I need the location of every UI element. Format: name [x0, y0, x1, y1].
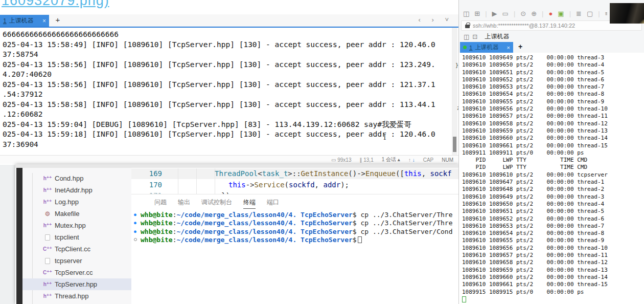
xshell-scrollbar[interactable]: [452, 28, 457, 155]
hpp-file-icon: h⁺⁺: [43, 199, 52, 205]
xshell-session-tab[interactable]: 1 上课机器 ×: [0, 15, 49, 27]
close-tab-icon[interactable]: ×: [42, 17, 46, 25]
file-item-TcpServer.cc[interactable]: C⁺⁺TcpServer.cc: [22, 267, 131, 278]
file-icon: [45, 258, 50, 264]
terminal-line: whb@bite:~/code/merge_class/lesson40/4. …: [134, 236, 458, 245]
vscode-window: h⁺⁺Cond.hpph⁺⁺InetAddr.hpph⁺⁺Log.hpp⚙Mak…: [15, 164, 458, 304]
vscode-activity-bar[interactable]: [16, 168, 22, 304]
new-session-icon[interactable]: ⊞: [474, 10, 480, 17]
prompt-colon: :: [173, 236, 177, 244]
hpp-file-icon: h⁺⁺: [43, 187, 52, 193]
terminal-size-indicator: ▭ 99x13: [331, 157, 351, 163]
file-item-partial[interactable]: h⁺⁺: [22, 302, 131, 304]
panel-tab-终端[interactable]: 终端: [243, 198, 256, 209]
session-icons: ◫⊡: [464, 33, 480, 40]
minimize-icon[interactable]: ▭: [502, 10, 509, 17]
scroll-arrows[interactable]: ↑ ↓: [408, 157, 415, 163]
session-name: 上课机器: [485, 32, 509, 41]
open-window-icon[interactable]: ⊡: [472, 33, 477, 40]
code-token: addr: [323, 181, 340, 189]
log-line: 025-04-13 15:58:58] [INFO] [1089610] [Tc…: [3, 100, 452, 110]
terminal-cursor: [358, 236, 362, 243]
code-token: sockfd: [289, 181, 315, 189]
code-token: sockf: [430, 169, 452, 178]
search-icon[interactable]: ⊙: [520, 10, 526, 17]
command-status-dot: ●: [134, 221, 141, 225]
log-line: 025-04-13 15:58:49] [INFO] [1089610] [Tc…: [3, 40, 452, 50]
remote-terminal[interactable]: 1089610 1089649 pts/2 00:00:00 thread-3 …: [459, 53, 644, 304]
zoom-icon[interactable]: ⊕: [531, 10, 537, 17]
code-text: this->Service(sockfd, addr);: [169, 181, 349, 189]
xshell-tab-bar: 1 上课机器 × + ‹ › ˅: [0, 14, 458, 27]
session-count[interactable]: 1 会话 ▴: [382, 156, 400, 163]
remote-ssh-panel: ◫⊞|▶▭|⊙⊕|●▣|≣▢|≡ ssh://whb:*************…: [458, 0, 644, 304]
script-icon[interactable]: ▣: [558, 10, 564, 17]
new-tab-button[interactable]: +: [518, 42, 522, 51]
monitor-icon[interactable]: ≡: [605, 10, 607, 17]
num-indicator: NUM: [442, 157, 453, 163]
ps-output: 1089610 1089649 pts/2 00:00:00 thread-3 …: [462, 54, 644, 296]
desktop-background: [0, 165, 15, 304]
code-token: ([: [396, 169, 404, 178]
tab-index: 1: [469, 45, 472, 51]
vscode-terminal[interactable]: ●whb@bite:~/code/merge_class/lesson40/4.…: [134, 210, 458, 304]
command-text: cp ../3.ChatServer/Thre: [357, 219, 453, 227]
file-item-Cond.hpp[interactable]: h⁺⁺Cond.hpp: [22, 172, 131, 184]
prompt-user: whb@bite: [141, 211, 173, 219]
window-icon[interactable]: ▢: [587, 10, 593, 17]
remote-session-tab[interactable]: 1 上课机器 ×: [460, 42, 513, 53]
cpp-file-icon: C⁺⁺: [43, 246, 52, 252]
file-item-Log.hpp[interactable]: h⁺⁺Log.hpp: [22, 196, 131, 208]
new-tab-button[interactable]: +: [53, 15, 62, 24]
file-icon: [45, 234, 50, 241]
log-line: 025-04-13 15:59:04] [DEBUG] [1089610] [T…: [3, 120, 452, 130]
scrollbar-thumb[interactable]: [453, 137, 456, 152]
ssh-address: ssh://whb:**************@8.137.19.140:22: [473, 23, 575, 29]
close-tab-icon[interactable]: ×: [507, 45, 510, 51]
code-token: ()->: [348, 169, 365, 178]
grid-icon[interactable]: ≣: [576, 10, 582, 17]
image-link[interactable]: 160932079.png): [2, 0, 109, 9]
code-token: ->: [246, 181, 255, 189]
prompt-user: whb@bite: [141, 236, 173, 244]
xshell-terminal-window: 1 上课机器 × + ‹ › ˅ 66666666666666666666666…: [0, 14, 458, 164]
remote-toolbar: ◫⊞|▶▭|⊙⊕|●▣|≣▢|≡: [463, 8, 607, 18]
file-name: TcpServer.hpp: [55, 280, 97, 288]
code-token: (: [285, 181, 289, 189]
file-item-InetAddr.hpp[interactable]: h⁺⁺InetAddr.hpp: [22, 184, 131, 196]
hollow-dot: [134, 238, 137, 241]
log-line: 37:58754: [3, 50, 452, 60]
file-item-tcpclient[interactable]: tcpclient: [22, 231, 131, 243]
prompt-user: whb@bite: [141, 228, 173, 235]
separator: |: [598, 10, 600, 17]
prompt-path: ~/code/merge_class/lesson40/4. TcpEchoSe…: [176, 211, 352, 219]
caps-indicator: CAP: [423, 157, 434, 163]
panel-tab-问题[interactable]: 问题: [154, 198, 167, 209]
code-token: <: [258, 169, 262, 178]
send-icon[interactable]: ▶: [492, 10, 497, 17]
file-item-TcpServer.hpp[interactable]: h⁺⁺TcpServer.hpp: [22, 278, 131, 290]
code-token: ,: [422, 169, 430, 178]
panel-tab-调试控制台[interactable]: 调试控制台: [201, 198, 232, 209]
terminal-line: ●whb@bite:~/code/merge_class/lesson40/4.…: [134, 227, 458, 236]
panel-tab-端口[interactable]: 端口: [267, 198, 279, 209]
prompt-symbol: $: [353, 219, 357, 227]
separator: |: [542, 10, 543, 17]
file-item-Mutex.hpp[interactable]: h⁺⁺Mutex.hpp: [22, 220, 131, 231]
file-item-Thread.hpp[interactable]: h⁺⁺Thread.hpp: [22, 290, 131, 302]
prompt-symbol: $: [353, 236, 357, 244]
file-list: h⁺⁺Cond.hpph⁺⁺InetAddr.hpph⁺⁺Log.hpp⚙Mak…: [22, 172, 131, 304]
code-token: ,: [315, 181, 324, 189]
code-editor[interactable]: 169ThreadPool<task_t>::GetInstance()->En…: [131, 168, 458, 194]
file-item-TcpClient.cc[interactable]: C⁺⁺TcpClient.cc: [22, 243, 131, 255]
clone-session-icon[interactable]: ◫: [464, 33, 469, 40]
tab-scroll-controls[interactable]: ‹ › ˅: [419, 16, 453, 24]
clone-window-icon[interactable]: ◫: [463, 10, 469, 17]
tab-index: 1: [3, 17, 7, 25]
cursor-position-indicator: ∥ 13,1: [359, 157, 373, 163]
code-token: this: [228, 181, 246, 189]
file-item-Makefile[interactable]: ⚙Makefile: [22, 208, 131, 220]
panel-tab-输出[interactable]: 输出: [178, 198, 190, 209]
record-icon[interactable]: ●: [548, 10, 553, 17]
file-item-tcpserver[interactable]: tcpserver: [22, 255, 131, 267]
